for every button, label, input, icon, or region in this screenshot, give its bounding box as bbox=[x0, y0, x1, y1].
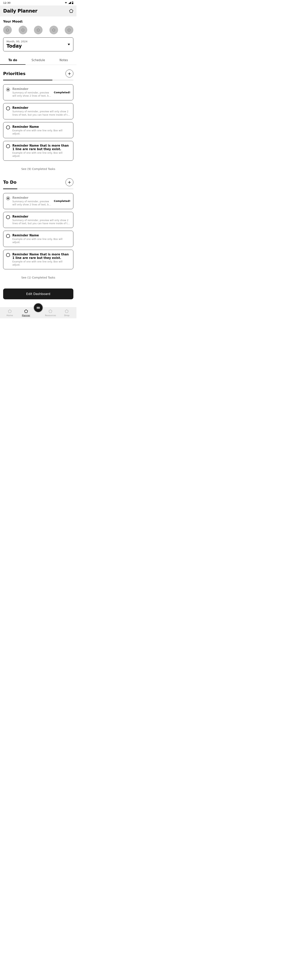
mood-label: Your Mood: bbox=[3, 20, 73, 23]
mood-option-1[interactable] bbox=[3, 25, 12, 34]
fab-menu-button[interactable] bbox=[33, 303, 43, 313]
nav-label: Resources bbox=[45, 314, 56, 317]
group-title: To Do bbox=[3, 180, 16, 185]
task-summary: Example of one with one line only. Box w… bbox=[12, 260, 70, 266]
task-radio[interactable] bbox=[6, 126, 10, 129]
task-title: Reminder Name that is more than 1 line a… bbox=[12, 144, 70, 151]
tab-notes[interactable]: Notes bbox=[51, 56, 76, 65]
task-title: Reminder bbox=[12, 215, 70, 218]
mood-section: Your Mood: bbox=[0, 16, 76, 37]
pentagon-icon bbox=[8, 309, 12, 313]
task-summary: Example of one with one line only. Box w… bbox=[12, 129, 70, 135]
task-group: Priorities + Reminder Summary of reminde… bbox=[0, 65, 76, 173]
nav-resources[interactable]: Resources bbox=[42, 309, 59, 317]
task-radio[interactable] bbox=[6, 234, 10, 238]
task-summary: Summary of reminder, preview will only s… bbox=[12, 219, 70, 225]
task-item[interactable]: Reminder Name Example of one with one li… bbox=[3, 231, 73, 247]
pentagon-icon bbox=[52, 28, 56, 32]
task-radio[interactable] bbox=[6, 196, 10, 200]
group-title: Priorities bbox=[3, 71, 26, 76]
task-title: Reminder bbox=[12, 87, 51, 91]
task-item[interactable]: Reminder Summary of reminder, preview wi… bbox=[3, 84, 73, 100]
see-completed-link[interactable]: See (1) Completed Tasks bbox=[3, 272, 73, 281]
status-bar: 12:30 bbox=[0, 0, 76, 5]
mood-option-5[interactable] bbox=[65, 25, 73, 34]
date-big: Today bbox=[6, 43, 27, 49]
battery-icon bbox=[72, 2, 73, 4]
nav-label: Home bbox=[6, 314, 13, 317]
add-task-button[interactable]: + bbox=[65, 178, 73, 186]
nav-shop[interactable]: Shop bbox=[59, 309, 75, 317]
task-group: To Do + Reminder Summary of reminder, pr… bbox=[0, 173, 76, 282]
task-radio[interactable] bbox=[6, 88, 10, 92]
task-status: Completed! bbox=[54, 91, 70, 94]
progress-bar bbox=[3, 80, 73, 80]
task-title: Reminder Name that is more than 1 line a… bbox=[12, 253, 70, 260]
see-completed-link[interactable]: See (9) Completed Tasks bbox=[3, 164, 73, 172]
date-picker[interactable]: Month, 00, 2024 Today bbox=[3, 37, 73, 51]
task-summary: Example of one with one line only. Box w… bbox=[12, 237, 70, 244]
bottom-wrap: Home Planner Resources Shop bbox=[0, 307, 76, 318]
task-item[interactable]: Reminder Name that is more than 1 line a… bbox=[3, 141, 73, 161]
task-radio[interactable] bbox=[6, 107, 10, 110]
nav-label: Shop bbox=[64, 314, 70, 317]
mood-option-4[interactable] bbox=[49, 25, 58, 34]
task-item[interactable]: Reminder Name Example of one with one li… bbox=[3, 122, 73, 138]
task-summary: Example of one with one line only. Box w… bbox=[12, 151, 70, 158]
task-item[interactable]: Reminder Summary of reminder, preview wi… bbox=[3, 193, 73, 209]
status-icons bbox=[64, 2, 73, 4]
task-radio[interactable] bbox=[6, 253, 10, 257]
pentagon-icon[interactable] bbox=[69, 9, 73, 13]
task-status: Completed! bbox=[54, 199, 70, 202]
progress-bar bbox=[3, 189, 73, 189]
task-title: Reminder Name bbox=[12, 234, 70, 237]
add-task-button[interactable]: + bbox=[65, 70, 73, 78]
pentagon-icon bbox=[67, 28, 71, 32]
task-title: Reminder bbox=[12, 106, 70, 110]
mood-row bbox=[3, 25, 73, 34]
status-time: 12:30 bbox=[3, 2, 10, 4]
task-summary: Summary of reminder, preview will only s… bbox=[12, 200, 51, 206]
chevron-down-icon bbox=[68, 44, 70, 45]
pentagon-icon bbox=[6, 28, 9, 32]
task-summary: Summary of reminder, preview will only s… bbox=[12, 91, 51, 97]
mood-option-2[interactable] bbox=[19, 25, 27, 34]
task-item[interactable]: Reminder Name that is more than 1 line a… bbox=[3, 250, 73, 269]
mood-option-3[interactable] bbox=[34, 25, 43, 34]
task-item[interactable]: Reminder Summary of reminder, preview wi… bbox=[3, 212, 73, 228]
svg-rect-2 bbox=[72, 3, 73, 4]
task-item[interactable]: Reminder Summary of reminder, preview wi… bbox=[3, 103, 73, 119]
tab-todo[interactable]: To do bbox=[0, 56, 26, 65]
tabs: To do Schedule Notes bbox=[0, 56, 76, 65]
task-title: Reminder Name bbox=[12, 125, 70, 129]
nav-home[interactable]: Home bbox=[2, 309, 18, 317]
task-radio[interactable] bbox=[6, 215, 10, 219]
pentagon-icon bbox=[21, 28, 25, 32]
pentagon-icon bbox=[24, 309, 28, 313]
task-radio[interactable] bbox=[6, 144, 10, 148]
nav-label: Planner bbox=[22, 314, 30, 317]
wifi-icon bbox=[64, 2, 67, 4]
task-title: Reminder bbox=[12, 196, 51, 199]
date-small: Month, 00, 2024 bbox=[6, 40, 27, 43]
app-header: Daily Planner bbox=[0, 5, 76, 16]
pentagon-icon bbox=[37, 28, 40, 32]
signal-icon bbox=[68, 2, 71, 4]
page-title: Daily Planner bbox=[3, 8, 37, 14]
pentagon-icon bbox=[48, 309, 53, 313]
pentagon-icon bbox=[65, 309, 69, 313]
tab-schedule[interactable]: Schedule bbox=[26, 56, 51, 65]
nav-planner[interactable]: Planner bbox=[18, 309, 34, 317]
edit-dashboard-button[interactable]: Edit Dashboard bbox=[3, 288, 73, 299]
task-summary: Summary of reminder, preview will only s… bbox=[12, 110, 70, 116]
